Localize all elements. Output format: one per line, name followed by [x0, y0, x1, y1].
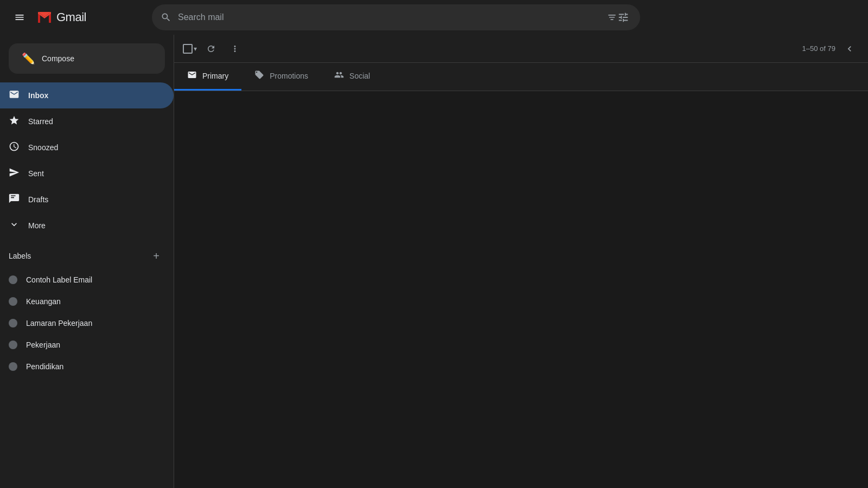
app-name-label: Gmail: [56, 10, 86, 24]
hamburger-menu-button[interactable]: [9, 7, 30, 28]
primary-tab-icon: [187, 70, 197, 82]
select-all-checkbox[interactable]: [183, 44, 193, 54]
email-area: ▾ 1–50 of 79: [174, 35, 868, 488]
promotions-tab-icon: [254, 70, 264, 82]
logo-area: Gmail: [35, 8, 143, 27]
sent-label: Sent: [28, 169, 44, 178]
more-options-button[interactable]: [225, 39, 245, 59]
search-bar: [152, 4, 640, 30]
select-dropdown-icon[interactable]: ▾: [194, 45, 197, 53]
label-name-pekerjaan: Pekerjaan: [26, 341, 60, 349]
snoozed-icon: [9, 141, 20, 155]
gmail-logo-icon: [35, 8, 54, 27]
label-name-lamaran: Lamaran Pekerjaan: [26, 319, 92, 328]
chevron-left-icon: [844, 43, 855, 54]
label-dot-pekerjaan: [9, 341, 17, 349]
label-name-keuangan: Keuangan: [26, 297, 61, 306]
search-options-button[interactable]: [604, 9, 631, 25]
label-item-pendidikan[interactable]: Pendidikan: [0, 356, 165, 377]
label-name-pendidikan: Pendidikan: [26, 362, 63, 371]
tab-promotions[interactable]: Promotions: [241, 63, 321, 91]
more-vert-icon: [230, 44, 240, 54]
search-input[interactable]: [178, 12, 598, 22]
more-chevron-icon: [9, 219, 20, 233]
sidebar-item-sent[interactable]: Sent: [0, 160, 174, 187]
compose-button[interactable]: ✏️ Compose: [9, 43, 165, 74]
social-tab-icon: [334, 70, 344, 82]
sidebar-item-starred[interactable]: Starred: [0, 108, 174, 134]
search-options-icon: [607, 12, 617, 23]
tab-primary[interactable]: Primary: [174, 63, 241, 91]
starred-icon: [9, 115, 20, 129]
main-content: ✏️ Compose Inbox Starred: [0, 35, 868, 488]
tab-social[interactable]: Social: [321, 63, 383, 91]
refresh-button[interactable]: [201, 39, 221, 59]
labels-title: Labels: [9, 252, 31, 260]
pagination-text: 1–50 of 79: [802, 44, 835, 53]
email-list: [174, 91, 868, 488]
previous-page-button[interactable]: [840, 39, 859, 59]
tab-primary-label: Primary: [202, 72, 228, 80]
label-item-lamaran[interactable]: Lamaran Pekerjaan: [0, 312, 165, 334]
label-dot-pendidikan: [9, 362, 17, 371]
labels-header: Labels +: [0, 243, 174, 269]
drafts-label: Drafts: [28, 195, 48, 204]
email-toolbar: ▾ 1–50 of 79: [174, 35, 868, 63]
select-all-area: ▾: [183, 44, 197, 54]
more-label: More: [28, 221, 46, 230]
label-item-keuangan[interactable]: Keuangan: [0, 291, 165, 312]
tab-promotions-label: Promotions: [270, 72, 308, 80]
snoozed-label: Snoozed: [28, 143, 58, 152]
label-name-contoh: Contoh Label Email: [26, 275, 92, 284]
sidebar: ✏️ Compose Inbox Starred: [0, 35, 174, 488]
inbox-label: Inbox: [28, 91, 48, 100]
sidebar-item-snoozed[interactable]: Snoozed: [0, 134, 174, 160]
label-dot-contoh: [9, 275, 17, 284]
tune-icon: [617, 11, 629, 23]
top-bar: Gmail: [0, 0, 868, 35]
label-item-contoh[interactable]: Contoh Label Email: [0, 269, 165, 291]
label-dot-keuangan: [9, 297, 17, 306]
sidebar-item-inbox[interactable]: Inbox: [0, 82, 174, 108]
drafts-icon: [9, 193, 20, 207]
label-dot-lamaran: [9, 319, 17, 328]
tab-social-label: Social: [349, 72, 370, 80]
labels-section: Labels + Contoh Label Email Keuangan Lam…: [0, 239, 174, 382]
compose-pencil-icon: ✏️: [22, 52, 35, 65]
sidebar-nav: Inbox Starred Snoozed: [0, 82, 174, 239]
sidebar-item-drafts[interactable]: Drafts: [0, 187, 174, 213]
refresh-icon: [206, 44, 216, 54]
compose-label: Compose: [42, 54, 74, 63]
search-icon: [161, 12, 171, 23]
label-item-pekerjaan[interactable]: Pekerjaan: [0, 334, 165, 356]
sidebar-item-more[interactable]: More: [0, 213, 174, 239]
labels-add-button[interactable]: +: [148, 247, 165, 265]
inbox-icon: [9, 89, 20, 102]
sent-icon: [9, 167, 20, 181]
starred-label: Starred: [28, 117, 53, 126]
tabs-bar: Primary Promotions Social: [174, 63, 868, 91]
menu-icon: [14, 12, 25, 23]
